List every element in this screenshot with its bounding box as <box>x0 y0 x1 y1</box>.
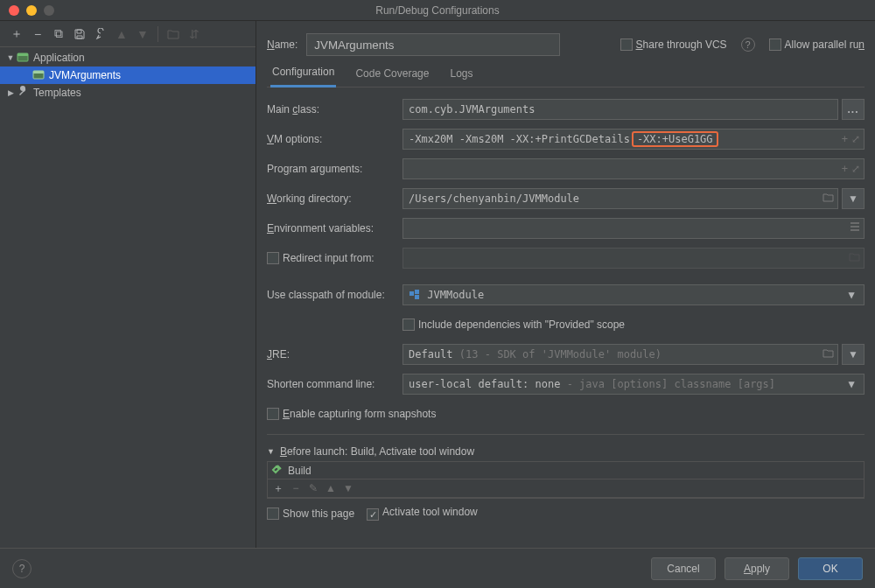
move-task-up-button: ▲ <box>324 482 338 494</box>
tree-label: Application <box>33 52 85 64</box>
application-icon <box>32 68 46 83</box>
chevron-down-icon: ▼ <box>843 378 860 390</box>
move-up-button: ▲ <box>112 24 131 44</box>
main-class-label: Main class: <box>267 103 402 116</box>
module-icon <box>409 289 421 301</box>
tree-label: Templates <box>33 87 81 99</box>
tab-configuration[interactable]: Configuration <box>270 60 336 88</box>
jre-label: JRE: <box>267 348 402 360</box>
classpath-label: Use classpath of module: <box>267 289 402 301</box>
main-class-browse-button[interactable]: ... <box>842 99 864 120</box>
window-minimize-icon[interactable] <box>26 5 37 16</box>
hammer-icon <box>271 464 283 478</box>
tab-code-coverage[interactable]: Code Coverage <box>354 62 430 87</box>
share-vcs-checkbox[interactable]: Share through VCS <box>620 38 727 51</box>
include-provided-checkbox[interactable]: Include dependencies with "Provided" sco… <box>402 318 625 331</box>
tabs: Configuration Code Coverage Logs <box>267 61 864 88</box>
expand-arrow-icon[interactable]: ▶ <box>5 88 16 97</box>
sidebar: ＋ − ⧉ ▲ ▼ ⇵ ▼ Application <box>0 21 256 588</box>
classpath-dropdown[interactable]: JVMModule ▼ <box>402 284 864 305</box>
env-vars-label: Environment variables: <box>267 222 402 234</box>
window-zoom-icon <box>44 5 54 16</box>
content-panel: Name: Share through VCS ? Allow parallel… <box>256 21 875 588</box>
svg-rect-4 <box>410 291 414 296</box>
snapshots-checkbox[interactable]: Enable capturing form snapshots <box>267 408 436 420</box>
svg-rect-5 <box>415 290 419 294</box>
ok-button[interactable]: OK <box>798 557 863 580</box>
main-class-input[interactable]: com.cyb.JVMArguments <box>402 99 838 120</box>
expand-arrow-icon[interactable]: ▼ <box>5 53 16 62</box>
sort-button: ⇵ <box>185 24 204 44</box>
activate-tool-window-checkbox[interactable]: Activate tool window <box>367 506 478 521</box>
jre-dropdown-button[interactable]: ▼ <box>842 344 864 365</box>
config-name-input[interactable] <box>306 33 560 56</box>
before-launch-item[interactable]: Build <box>267 461 864 479</box>
program-args-label: Program arguments: <box>267 163 402 175</box>
vm-options-input[interactable]: -Xmx20M -Xms20M -XX:+PrintGCDetails -XX:… <box>402 129 864 150</box>
working-dir-input[interactable]: /Users/chenyanbin/JVMModule <box>402 188 838 209</box>
titlebar: Run/Debug Configurations <box>0 0 875 21</box>
config-tree: ▼ Application JVMArguments ▶ Templates <box>0 47 256 588</box>
apply-button[interactable]: Apply <box>724 557 789 580</box>
move-down-button: ▼ <box>133 24 152 44</box>
window-close-icon[interactable] <box>9 5 19 16</box>
chevron-down-icon: ▼ <box>843 289 860 301</box>
env-vars-input[interactable] <box>402 218 864 239</box>
list-icon[interactable] <box>850 222 860 234</box>
sidebar-toolbar: ＋ − ⧉ ▲ ▼ ⇵ <box>0 21 256 47</box>
show-this-page-checkbox[interactable]: Show this page <box>267 508 354 520</box>
allow-parallel-checkbox[interactable]: Allow parallel run <box>769 38 864 51</box>
tree-node-jvmarguments[interactable]: JVMArguments <box>0 66 256 84</box>
tree-label: JVMArguments <box>49 69 121 81</box>
jre-dropdown[interactable]: Default (13 - SDK of 'JVMModule' module) <box>402 344 838 365</box>
remove-task-button: − <box>289 482 303 494</box>
folder-icon[interactable] <box>822 192 834 205</box>
cancel-button[interactable]: Cancel <box>651 557 716 580</box>
shorten-dropdown[interactable]: user-local default: none - java [options… <box>402 374 864 395</box>
tree-node-application[interactable]: ▼ Application <box>0 49 256 66</box>
before-launch-list: Build ＋ − ✎ ▲ ▼ <box>267 461 864 499</box>
expand-field-icon[interactable]: ⤢ <box>851 163 860 175</box>
window-title: Run/Debug Configurations <box>0 4 875 17</box>
insert-macro-icon[interactable]: + <box>842 163 848 175</box>
insert-macro-icon[interactable]: + <box>842 133 848 145</box>
working-dir-dropdown-button[interactable]: ▼ <box>842 188 864 209</box>
tab-logs[interactable]: Logs <box>448 62 474 87</box>
move-task-down-button: ▼ <box>341 482 355 494</box>
add-config-button[interactable]: ＋ <box>7 24 26 44</box>
collapse-arrow-icon[interactable]: ▼ <box>267 447 275 456</box>
before-launch-header[interactable]: ▼ Before launch: Build, Activate tool wi… <box>267 442 864 461</box>
expand-field-icon[interactable]: ⤢ <box>851 133 860 145</box>
remove-config-button[interactable]: − <box>28 24 47 44</box>
vm-highlight: -XX:+UseG1GG <box>632 131 718 147</box>
tree-node-templates[interactable]: ▶ Templates <box>0 84 256 102</box>
help-icon[interactable]: ? <box>741 38 755 52</box>
program-args-input[interactable]: +⤢ <box>402 158 864 179</box>
application-icon <box>16 51 30 66</box>
add-task-button[interactable]: ＋ <box>271 481 285 496</box>
before-launch-toolbar: ＋ − ✎ ▲ ▼ <box>267 479 864 498</box>
copy-config-button[interactable]: ⧉ <box>49 24 68 44</box>
save-config-button[interactable] <box>70 24 89 44</box>
svg-rect-3 <box>33 71 44 74</box>
help-button[interactable]: ? <box>12 559 32 578</box>
edit-task-button: ✎ <box>306 482 320 494</box>
dialog-footer: ? Cancel Apply OK <box>0 548 875 588</box>
svg-rect-6 <box>415 295 419 299</box>
name-label: Name: <box>267 38 298 51</box>
vm-options-label: VM options: <box>267 133 402 145</box>
svg-rect-1 <box>18 53 28 56</box>
redirect-input-checkbox[interactable]: Redirect input from: <box>267 252 402 264</box>
wrench-icon <box>16 86 30 101</box>
redirect-input-field <box>402 248 864 269</box>
shorten-label: Shorten command line: <box>267 378 402 390</box>
edit-config-button[interactable] <box>91 24 110 44</box>
folder-icon <box>849 252 860 264</box>
working-dir-label: Working directory: <box>267 192 402 205</box>
folder-button <box>164 24 183 44</box>
folder-icon[interactable] <box>822 348 834 360</box>
